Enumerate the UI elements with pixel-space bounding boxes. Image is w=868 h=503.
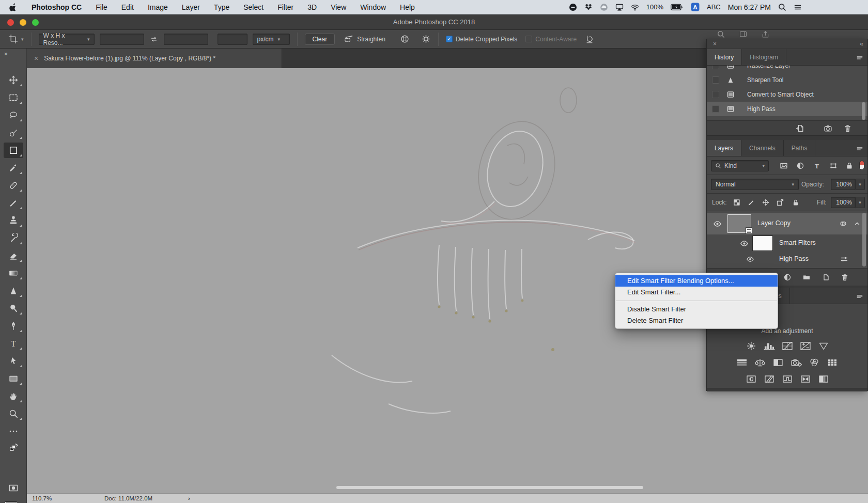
delete-state-icon[interactable] xyxy=(843,124,852,133)
horizontal-scrollbar[interactable] xyxy=(336,485,644,490)
chevron-down-icon[interactable]: ▾ xyxy=(856,197,865,208)
lock-transparent-icon[interactable] xyxy=(733,198,741,207)
tool-type[interactable]: T xyxy=(4,336,23,351)
quick-mask-button[interactable] xyxy=(4,480,23,496)
layers-scrollbar[interactable] xyxy=(862,213,866,266)
selective-color-icon[interactable] xyxy=(817,374,830,384)
chevron-down-icon[interactable]: ▾ xyxy=(856,179,865,190)
curves-icon[interactable] xyxy=(781,341,794,351)
tool-dodge[interactable] xyxy=(4,301,23,316)
brightness-contrast-icon[interactable] xyxy=(745,341,757,351)
tool-zoom[interactable] xyxy=(4,406,23,421)
input-mode-label[interactable]: ABC xyxy=(707,3,721,11)
history-panel-menu-icon[interactable] xyxy=(856,54,863,61)
delete-cropped-pixels-checkbox[interactable]: ✓ Delete Cropped Pixels xyxy=(446,36,517,43)
menu-item-edit-smart-filter[interactable]: Edit Smart Filter... xyxy=(615,287,778,298)
lock-paint-icon[interactable] xyxy=(747,198,755,207)
toolbar-collapse-button[interactable]: » xyxy=(4,50,8,57)
workspace-icon[interactable] xyxy=(739,30,748,39)
lock-artboard-icon[interactable] xyxy=(776,198,784,207)
apple-menu-icon[interactable] xyxy=(9,3,18,11)
crop-height-input[interactable] xyxy=(164,34,208,45)
input-source-icon[interactable]: A xyxy=(691,3,700,11)
zoom-window-button[interactable] xyxy=(32,19,39,26)
menu-item-window[interactable]: Window xyxy=(360,3,386,11)
black-white-icon[interactable] xyxy=(772,358,784,367)
filter-blending-options-icon[interactable] xyxy=(840,255,848,263)
photo-filter-icon[interactable] xyxy=(790,358,802,367)
smart-filters-row[interactable]: Smart Filters xyxy=(707,234,867,252)
menu-item-layer[interactable]: Layer xyxy=(182,3,200,11)
history-tab-history[interactable]: History xyxy=(707,49,742,65)
wifi-icon[interactable] xyxy=(631,3,639,11)
history-state-row[interactable]: Sharpen Tool xyxy=(707,73,867,87)
menu-item-view[interactable]: View xyxy=(331,3,346,11)
layers-tab-layers[interactable]: Layers xyxy=(707,140,741,156)
smart-object-filter-icon[interactable] xyxy=(845,162,854,170)
menu-item-image[interactable]: Image xyxy=(148,3,168,11)
tool-crop[interactable] xyxy=(4,143,23,158)
battery-percent-label[interactable]: 100% xyxy=(646,3,663,11)
new-document-from-state-icon[interactable] xyxy=(796,124,804,133)
adjustments-panel-menu-icon[interactable] xyxy=(856,293,863,300)
exposure-icon[interactable] xyxy=(799,341,812,351)
menu-item-delete-smart-filter[interactable]: Delete Smart Filter xyxy=(615,315,778,326)
crop-overlay-options-icon[interactable] xyxy=(400,34,410,44)
reset-tool-icon[interactable] xyxy=(585,35,594,44)
tool-move[interactable] xyxy=(4,72,23,88)
notification-center-icon[interactable] xyxy=(794,3,802,11)
color-lookup-icon[interactable] xyxy=(826,358,839,367)
history-state-row[interactable]: High Pass xyxy=(707,102,867,116)
new-snapshot-icon[interactable] xyxy=(824,124,832,133)
color-balance-icon[interactable] xyxy=(754,358,766,367)
creative-cloud-icon[interactable] xyxy=(600,3,608,11)
tool-gradient[interactable] xyxy=(4,265,23,281)
layer-name[interactable]: Layer Copy xyxy=(757,219,791,227)
tool-quick-select[interactable] xyxy=(4,125,23,140)
document-tab[interactable]: × Sakura Flower-before (1).jpg @ 111% (L… xyxy=(27,49,282,68)
default-swap-colors-button[interactable] xyxy=(4,439,23,455)
delete-layer-icon[interactable] xyxy=(841,273,849,281)
menu-item-select[interactable]: Select xyxy=(243,3,264,11)
close-panel-icon[interactable]: × xyxy=(713,40,717,48)
crop-settings-gear-icon[interactable] xyxy=(421,34,431,44)
lock-move-icon[interactable] xyxy=(762,198,770,207)
tool-brush[interactable] xyxy=(4,195,23,211)
tool-shape-rect[interactable] xyxy=(4,371,23,386)
collapse-panels-icon[interactable]: « xyxy=(860,40,863,48)
shape-filter-icon[interactable] xyxy=(829,162,838,170)
share-icon[interactable] xyxy=(761,30,770,39)
threshold-icon[interactable] xyxy=(781,374,794,384)
smart-filter-item-row[interactable]: High Pass xyxy=(707,252,867,266)
tool-healing[interactable] xyxy=(4,178,23,193)
edit-toolbar-button[interactable] xyxy=(4,423,23,439)
gradient-map-icon[interactable] xyxy=(799,374,812,384)
crop-ratio-dropdown[interactable]: W x H x Reso... ▾ xyxy=(39,34,95,45)
new-layer-icon[interactable] xyxy=(822,273,830,281)
status-options-chevron[interactable]: › xyxy=(188,495,190,501)
opacity-value[interactable]: 100% xyxy=(831,179,856,190)
layer-filter-toggle[interactable] xyxy=(859,161,864,170)
menu-item-help[interactable]: Help xyxy=(400,3,415,11)
history-source-checkbox[interactable] xyxy=(712,66,719,69)
zoom-level-value[interactable]: 110.7% xyxy=(32,495,52,501)
layers-tab-channels[interactable]: Channels xyxy=(741,140,784,156)
smart-filter-badge-icon[interactable] xyxy=(839,219,847,228)
close-tab-icon[interactable]: × xyxy=(34,54,38,62)
battery-icon[interactable] xyxy=(671,4,684,11)
crop-tool-preset-button[interactable]: ▾ xyxy=(8,34,24,44)
do-not-disturb-icon[interactable] xyxy=(569,3,577,11)
hue-saturation-icon[interactable] xyxy=(736,358,748,367)
panel-resize-grip[interactable] xyxy=(707,388,867,391)
tool-eraser[interactable] xyxy=(4,248,23,263)
clock-label[interactable]: Mon 6:27 PM xyxy=(728,3,771,11)
history-scrollbar[interactable] xyxy=(862,102,865,120)
tool-lasso[interactable] xyxy=(4,107,23,123)
clear-button[interactable]: Clear xyxy=(305,34,335,45)
type-filter-icon[interactable]: T xyxy=(813,162,821,170)
menu-item-3d[interactable]: 3D xyxy=(307,3,317,11)
airplay-icon[interactable] xyxy=(615,3,624,11)
layer-group-icon[interactable] xyxy=(802,273,811,281)
smart-filters-eye-icon[interactable] xyxy=(740,239,749,248)
minimize-window-button[interactable] xyxy=(20,19,26,26)
